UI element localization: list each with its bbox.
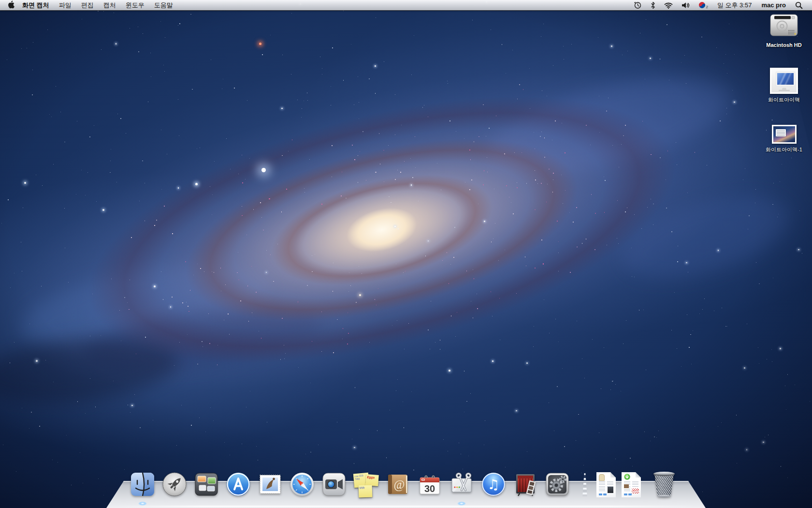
dock-separator <box>581 473 589 496</box>
dock: Lou 555-7361 Eggs Milk @ <box>0 431 812 508</box>
menu-bar: 화면 캡처 파일 편집 캡처 윈도우 도움말 <box>0 0 812 11</box>
hard-drive-icon <box>769 13 799 40</box>
menu-app-name[interactable]: 화면 캡처 <box>19 0 54 10</box>
bluetooth-icon[interactable] <box>646 0 660 10</box>
doc-chip <box>624 493 627 495</box>
ical-icon[interactable]: 30 <box>417 471 443 497</box>
trash-mesh-body <box>654 473 674 496</box>
doc-illustration <box>599 474 605 481</box>
doc-thumbnail <box>624 484 629 488</box>
fast-user-switching-menu[interactable]: mac pro <box>756 1 791 9</box>
page-fold <box>636 472 641 478</box>
trash-base <box>657 495 671 497</box>
desktop: 화면 캡처 파일 편집 캡처 윈도우 도움말 <box>0 0 812 508</box>
menu-window[interactable]: 윈도우 <box>121 0 149 10</box>
taegeuk-flag-icon <box>699 2 705 8</box>
launchpad-icon[interactable] <box>161 471 188 497</box>
page-fold <box>610 472 616 478</box>
imac-base-graphic <box>779 90 790 91</box>
text-lines <box>607 481 613 487</box>
safari-icon[interactable] <box>289 471 315 497</box>
desktop-icon-white-imac-image[interactable]: 화이트아이맥 <box>755 68 812 104</box>
spotlight-icon[interactable] <box>791 0 807 10</box>
doc-chip <box>628 493 632 495</box>
desktop-icon-label: 화이트아이맥 <box>768 96 800 104</box>
image-file-icon <box>772 125 797 144</box>
volume-icon[interactable] <box>677 0 695 10</box>
document-1-icon[interactable] <box>596 472 616 497</box>
running-indicator-grab <box>457 502 466 506</box>
svg-text:♫: ♫ <box>487 477 499 493</box>
address-book-icon[interactable]: @ <box>385 471 411 497</box>
wifi-icon[interactable] <box>660 0 677 10</box>
doc-red-scribble <box>632 488 639 493</box>
sticky-note: Eggs <box>365 474 379 486</box>
photo-booth-icon[interactable] <box>512 471 538 497</box>
menu-clock[interactable]: 일 오후 3:57 <box>712 1 757 10</box>
menu-edit[interactable]: 편집 <box>76 0 99 10</box>
menu-status-area: 2 일 오후 3:57 mac pro <box>629 0 812 10</box>
menu-help[interactable]: 도움말 <box>149 0 178 10</box>
text-lines <box>632 481 638 487</box>
trash-icon[interactable] <box>653 470 675 497</box>
input-source-badge: 2 <box>706 5 708 9</box>
facetime-icon[interactable] <box>321 471 347 497</box>
apple-menu[interactable] <box>0 0 19 10</box>
finder-icon[interactable] <box>130 471 156 497</box>
desktop-icon-label: 화이트아이맥-1 <box>766 146 802 153</box>
menu-file[interactable]: 파일 <box>54 0 76 10</box>
desktop-icon-white-imac-1-image[interactable]: 화이트아이맥-1 <box>755 125 812 153</box>
doc-chip <box>603 493 607 495</box>
system-preferences-icon[interactable] <box>544 471 570 497</box>
screen-capture-grab-icon[interactable] <box>449 471 475 497</box>
desktop-icon-label: Macintosh HD <box>766 42 801 48</box>
running-indicator-finder <box>138 502 147 506</box>
dock-items: Lou 555-7361 Eggs Milk @ <box>130 470 675 497</box>
korean-input-source-icon[interactable]: 2 <box>695 0 712 10</box>
mail-icon[interactable] <box>257 471 283 497</box>
svg-text:@: @ <box>393 478 405 492</box>
download-badge-icon <box>624 474 630 480</box>
doc-chip <box>599 493 602 495</box>
mission-control-icon[interactable] <box>193 471 219 497</box>
itunes-icon[interactable]: ♫ <box>480 471 507 497</box>
trash-rim <box>653 472 675 476</box>
apple-logo-icon <box>8 0 14 10</box>
app-store-icon[interactable] <box>225 471 251 497</box>
image-file-icon <box>770 68 798 94</box>
stickies-icon[interactable]: Lou 555-7361 Eggs Milk <box>353 471 379 497</box>
time-machine-icon[interactable] <box>629 0 646 10</box>
imac-screen-graphic <box>776 72 795 86</box>
desktop-icon-macintosh-hd[interactable]: Macintosh HD <box>755 13 812 48</box>
menu-capture[interactable]: 캡처 <box>99 0 121 10</box>
svg-text:30: 30 <box>424 483 435 494</box>
sticky-note: Milk <box>359 485 373 498</box>
mini-window-graphic <box>776 129 786 136</box>
text-lines <box>599 481 605 492</box>
document-2-icon[interactable] <box>622 472 641 497</box>
doc-thumbnail <box>608 487 613 493</box>
